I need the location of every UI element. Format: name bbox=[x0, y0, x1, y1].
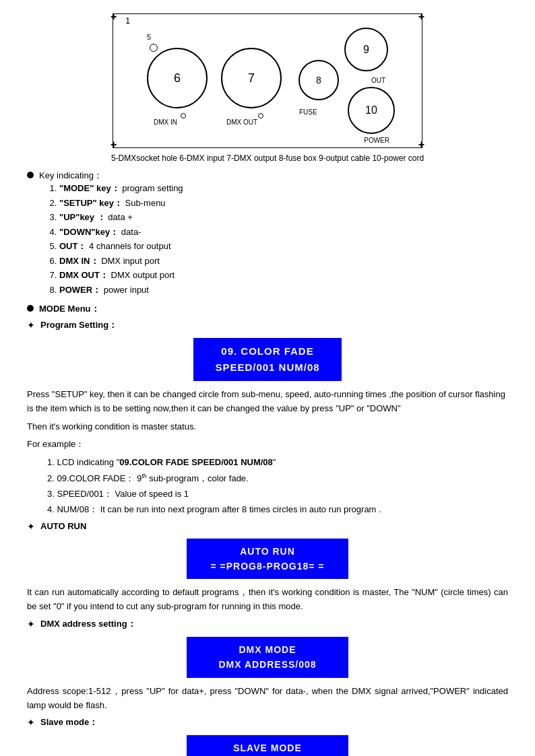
lcd-slave-line1: SLAVE MODE bbox=[197, 741, 338, 755]
label-dmx-in: DMX IN bbox=[154, 118, 177, 126]
example-item-4: NUM/08： It can be run into next program … bbox=[47, 503, 508, 517]
circle-9: 9 bbox=[344, 28, 388, 71]
lcd-dmx-line1: DMX MODE bbox=[197, 642, 338, 657]
program-then-line: Then it's working condition is master st… bbox=[27, 420, 508, 434]
key8-desc: power input bbox=[104, 285, 149, 295]
key4-key: "DOWN"key： bbox=[59, 227, 119, 237]
key-indicating-section: Key indicating： "MODE" key： program sett… bbox=[27, 170, 508, 299]
page: + + + + 1 5 6 7 8 9 bbox=[0, 0, 535, 756]
example-item-2: 09.COLOR FADE： 9th sub-program，color fad… bbox=[47, 471, 508, 486]
lcd-display-slave: SLAVE MODE = = = = = = = = = = = = = bbox=[187, 735, 348, 756]
key-item-2: "SETUP" key： Sub-menu bbox=[59, 197, 508, 210]
key7-key: DMX OUT： bbox=[59, 270, 108, 280]
example-list: LCD indicating "09.COLOR FADE SPEED/001 … bbox=[47, 456, 508, 517]
key-item-4: "DOWN"key： data- bbox=[59, 226, 508, 239]
key-list: "MODE" key： program setting "SETUP" key：… bbox=[59, 182, 508, 296]
circle-7: 7 bbox=[221, 48, 282, 108]
diamond-icon-1: ✦ bbox=[27, 320, 35, 331]
lcd-autorun-line2: = =PROG8-PROG18= = bbox=[197, 559, 338, 574]
key-indicating-bullet: Key indicating： "MODE" key： program sett… bbox=[27, 170, 508, 299]
lcd-line1-program: 09. COLOR FADE bbox=[204, 343, 331, 359]
device-diagram: + + + + 1 5 6 7 8 9 bbox=[27, 13, 508, 148]
label-out: OUT bbox=[371, 77, 385, 84]
lcd-autorun-line1: AUTO RUN bbox=[197, 544, 338, 559]
mode-menu-content: MODE Menu： bbox=[39, 303, 508, 315]
label-5: 5 bbox=[147, 33, 151, 41]
key-item-6: DMX IN： DMX input port bbox=[59, 254, 508, 268]
mode-menu-bullet: MODE Menu： bbox=[27, 303, 508, 315]
lcd-line2-program: SPEED/001 NUM/08 bbox=[204, 359, 331, 376]
key-item-3: "UP"key ： data + bbox=[59, 211, 508, 224]
key3-desc: data + bbox=[108, 212, 133, 222]
device-box: + + + + 1 5 6 7 8 9 bbox=[113, 13, 422, 148]
auto-run-description: It can run automatically according to de… bbox=[27, 586, 508, 614]
key-indicating-content: Key indicating： "MODE" key： program sett… bbox=[39, 170, 508, 299]
key5-key: OUT： bbox=[59, 241, 86, 251]
circle-10: 10 bbox=[348, 87, 395, 134]
slave-mode-title: Slave mode： bbox=[40, 716, 98, 728]
corner-tr: + bbox=[418, 11, 424, 22]
label-1: 1 bbox=[125, 15, 130, 26]
for-example-label: For example： bbox=[27, 438, 508, 452]
key-item-8: POWER： power input bbox=[59, 283, 508, 297]
example1-bold: 09.COLOR FADE SPEED/001 NUM/08 bbox=[119, 457, 273, 467]
circle-6: 6 bbox=[147, 48, 208, 108]
key-item-1: "MODE" key： program setting bbox=[59, 182, 508, 195]
key6-key: DMX IN： bbox=[59, 256, 99, 266]
key-indicating-title: Key indicating： bbox=[39, 170, 102, 180]
diagram-caption: 5-DMXsocket hole 6-DMX input 7-DMX outpu… bbox=[27, 153, 508, 163]
diamond-icon-3: ✦ bbox=[27, 619, 35, 629]
key2-desc: Sub-menu bbox=[125, 198, 166, 208]
key1-key: "MODE" key： bbox=[59, 183, 120, 193]
circle-8: 8 bbox=[298, 60, 339, 100]
key-item-7: DMX OUT： DMX output port bbox=[59, 269, 508, 282]
corner-bl: + bbox=[111, 139, 117, 150]
corner-br: + bbox=[418, 139, 424, 150]
dmx-address-title: DMX address setting： bbox=[40, 618, 136, 630]
corner-tl: + bbox=[111, 11, 117, 22]
auto-run-heading: ✦ AUTO RUN bbox=[27, 521, 508, 532]
bullet-dot-mode bbox=[27, 305, 34, 312]
key7-desc: DMX output port bbox=[111, 270, 175, 280]
label-fuse: FUSE bbox=[299, 108, 317, 116]
auto-run-title: AUTO RUN bbox=[40, 521, 86, 531]
program-setting-heading: ✦ Program Setting： bbox=[27, 319, 508, 331]
key6-desc: DMX input port bbox=[101, 256, 160, 266]
key5-desc: 4 channels for output bbox=[89, 241, 170, 251]
diamond-icon-2: ✦ bbox=[27, 521, 35, 532]
diamond-icon-4: ✦ bbox=[27, 717, 35, 728]
small-dot-dmxin bbox=[181, 113, 186, 118]
mode-menu-title: MODE Menu： bbox=[39, 304, 100, 314]
key1-desc: program setting bbox=[122, 183, 183, 193]
bullet-dot-key bbox=[27, 172, 34, 178]
small-circle-5 bbox=[150, 44, 158, 52]
mode-menu-section: MODE Menu： bbox=[27, 303, 508, 315]
dmx-description: Address scope:1-512，press "UP" for data+… bbox=[27, 685, 508, 713]
example-item-3: SPEED/001： Value of speed is 1 bbox=[47, 487, 508, 502]
dmx-address-heading: ✦ DMX address setting： bbox=[27, 618, 508, 630]
label-power: POWER bbox=[364, 137, 389, 144]
slave-mode-heading: ✦ Slave mode： bbox=[27, 716, 508, 728]
key4-desc: data- bbox=[121, 227, 141, 237]
example-item-1: LCD indicating "09.COLOR FADE SPEED/001 … bbox=[47, 456, 508, 470]
key8-key: POWER： bbox=[59, 285, 101, 295]
lcd-display-program: 09. COLOR FADE SPEED/001 NUM/08 bbox=[193, 338, 342, 381]
lcd-display-dmx: DMX MODE DMX ADDRESS/008 bbox=[187, 637, 348, 678]
key3-key: "UP"key ： bbox=[59, 212, 106, 222]
small-dot-dmxout bbox=[258, 113, 263, 118]
program-setting-title: Program Setting： bbox=[40, 319, 117, 331]
lcd-display-autorun: AUTO RUN = =PROG8-PROG18= = bbox=[187, 539, 348, 580]
key-item-5: OUT： 4 channels for output bbox=[59, 240, 508, 253]
key2-key: "SETUP" key： bbox=[59, 198, 123, 208]
label-dmx-out: DMX OUT bbox=[226, 118, 257, 126]
lcd-dmx-line2: DMX ADDRESS/008 bbox=[197, 657, 338, 672]
program-description: Press "SETUP" key, then it can be change… bbox=[27, 388, 508, 416]
